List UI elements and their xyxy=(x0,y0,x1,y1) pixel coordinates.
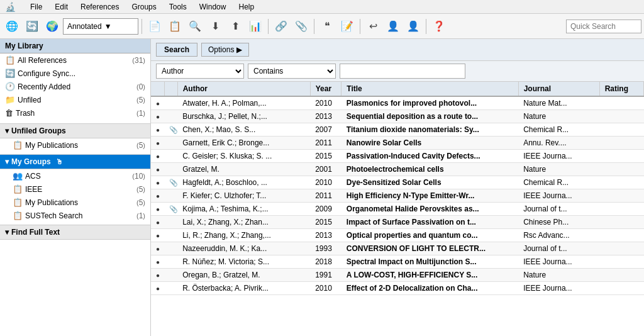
table-row[interactable]: ● Lai, X.; Zhang, X.; Zhan... 2015 Impac… xyxy=(151,216,644,229)
toolbar-import[interactable]: ⬇ xyxy=(206,17,225,36)
row-bullet: ● xyxy=(151,229,164,242)
toolbar-help[interactable]: ❓ xyxy=(430,17,448,36)
all-references-label: All References xyxy=(18,56,67,65)
menu-file[interactable]: File xyxy=(28,1,45,13)
table-row[interactable]: ● F. Kiefer; C. Ulzhofer; T... 2011 High… xyxy=(151,189,644,203)
row-bullet: ● xyxy=(151,150,164,163)
sidebar-item-acs[interactable]: 👥 ACS (10) xyxy=(0,169,150,182)
toolbar-pdf[interactable]: 📊 xyxy=(246,17,265,36)
col-header-bullet[interactable] xyxy=(151,82,164,96)
table-row[interactable]: ● 📎 Kojima, A.; Teshima, K.;... 2009 Org… xyxy=(151,203,644,216)
sidebar-item-trash[interactable]: 🗑 Trash (1) xyxy=(0,106,150,120)
row-rating xyxy=(599,203,643,216)
row-author: Chen, X.; Mao, S. S... xyxy=(177,123,310,137)
menu-groups[interactable]: Groups xyxy=(129,1,158,13)
row-year: 2013 xyxy=(310,110,341,123)
row-bullet: ● xyxy=(151,203,164,216)
col-header-year[interactable]: Year xyxy=(310,82,341,96)
filter-value-input[interactable] xyxy=(340,64,465,79)
trash-count: (1) xyxy=(136,109,145,118)
toolbar-new-ref[interactable]: 📄 xyxy=(145,17,164,36)
sidebar-item-all-references[interactable]: 📋 All References (31) xyxy=(0,53,150,67)
toolbar-search-online[interactable]: 🔍 xyxy=(186,17,204,36)
options-button[interactable]: Options ▶ xyxy=(201,43,249,57)
row-journal: Nature xyxy=(518,269,599,282)
menu-references[interactable]: References xyxy=(78,1,121,13)
sidebar-item-recently-added[interactable]: 🕐 Recently Added (0) xyxy=(0,80,150,93)
toolbar-link[interactable]: 🔗 xyxy=(272,17,291,36)
sidebar-item-ieee[interactable]: 📋 IEEE (5) xyxy=(0,182,150,196)
table-row[interactable]: ● R. Núñez; M. Victoria; S... 2018 Spect… xyxy=(151,255,644,269)
row-rating xyxy=(599,137,643,150)
table-row[interactable]: ● Burschka, J.; Pellet, N.;... 2013 Sequ… xyxy=(151,110,644,123)
sidebar-item-my-publications-unfiled[interactable]: 📋 My Publications (5) xyxy=(0,138,150,152)
my-publications-label: My Publications xyxy=(25,198,78,207)
row-title: Dye-Sensitized Solar Cells xyxy=(341,176,518,189)
my-groups-arrow: ▾ xyxy=(5,157,9,166)
my-groups-header[interactable]: ▾ My Groups 🖱 xyxy=(0,154,150,169)
sidebar-item-sustech-search[interactable]: 📋 SUSTech Search (1) xyxy=(0,209,150,222)
col-header-journal[interactable]: Journal xyxy=(518,82,599,96)
app-logo[interactable]: 🔬 xyxy=(3,0,18,14)
toolbar-export[interactable]: ⬆ xyxy=(226,17,245,36)
sustech-search-label: SUSTech Search xyxy=(25,211,82,220)
col-header-author[interactable]: Author xyxy=(177,82,310,96)
acs-label: ACS xyxy=(25,172,41,181)
table-row[interactable]: ● 📎 Chen, X.; Mao, S. S... 2007 Titanium… xyxy=(151,123,644,137)
row-journal: Nature xyxy=(518,163,599,176)
row-journal: Nature Mat... xyxy=(518,96,599,110)
row-attach: 📎 xyxy=(164,123,177,137)
col-header-rating[interactable]: Rating xyxy=(599,82,643,96)
all-references-count: (31) xyxy=(132,56,145,65)
my-publications-unfiled-count: (5) xyxy=(136,141,145,150)
table-row[interactable]: ● R. Österbacka; A. Pivrik... 2010 Effec… xyxy=(151,282,644,295)
toolbar-share[interactable]: ↩ xyxy=(364,17,382,36)
table-row[interactable]: ● Oregan, B.; Gratzel, M. 1991 A LOW-COS… xyxy=(151,269,644,282)
find-full-text-header[interactable]: ▾ Find Full Text xyxy=(0,225,150,240)
table-row[interactable]: ● Atwater, H. A.; Polman,... 2010 Plasmo… xyxy=(151,96,644,110)
search-button[interactable]: Search xyxy=(156,43,197,57)
toolbar-add-user[interactable]: 👤 xyxy=(384,17,402,36)
group-selector-label: Annotated xyxy=(67,22,102,31)
row-year: 2010 xyxy=(310,176,341,189)
acs-icon: 👥 xyxy=(13,171,23,181)
filter-field-select[interactable]: Author Year Title Journal Keywords Abstr… xyxy=(156,64,244,79)
menu-edit[interactable]: Edit xyxy=(52,1,70,13)
table-row[interactable]: ● Garnett, Erik C.; Bronge... 2011 Nanow… xyxy=(151,137,644,150)
menu-help[interactable]: Help xyxy=(236,1,257,13)
sidebar-item-my-publications[interactable]: 📋 My Publications (5) xyxy=(0,196,150,209)
content-area: Search Options ▶ Author Year Title Journ… xyxy=(151,39,644,336)
acs-count: (10) xyxy=(132,172,145,181)
toolbar-user2[interactable]: 👤 xyxy=(404,17,423,36)
table-row[interactable]: ● Nazeeruddin, M. K.; Ka... 1993 CONVERS… xyxy=(151,242,644,255)
quick-search-input[interactable] xyxy=(566,20,641,33)
configure-sync-label: Configure Sync... xyxy=(18,69,75,78)
references-table: Author Year Title Journal Rating ● Atwat… xyxy=(151,82,644,336)
menu-window[interactable]: Window xyxy=(197,1,229,13)
sidebar-item-unfiled[interactable]: 📁 Unfiled (5) xyxy=(0,93,150,106)
row-year: 2018 xyxy=(310,255,341,269)
unfiled-groups-header[interactable]: ▾ Unfiled Groups xyxy=(0,123,150,138)
table-row[interactable]: ● 📎 Hagfeldt, A.; Boschloo, ... 2010 Dye… xyxy=(151,176,644,189)
toolbar-ref-list[interactable]: 📋 xyxy=(165,17,184,36)
row-bullet: ● xyxy=(151,255,164,269)
toolbar-sync[interactable]: 🔄 xyxy=(23,17,42,36)
col-header-title[interactable]: Title xyxy=(341,82,518,96)
my-publications-unfiled-label: My Publications xyxy=(25,141,78,150)
toolbar-back[interactable]: 🌐 xyxy=(3,17,21,36)
all-references-icon: 📋 xyxy=(5,55,15,65)
table-row[interactable]: ● Li, R.; Zhang, X.; Zhang,... 2013 Opti… xyxy=(151,229,644,242)
toolbar-attach[interactable]: 📎 xyxy=(292,17,311,36)
toolbar-word[interactable]: 📝 xyxy=(338,17,357,36)
toolbar-quote[interactable]: ❝ xyxy=(318,17,336,36)
group-selector[interactable]: Annotated ▼ xyxy=(63,18,138,35)
table-row[interactable]: ● Gratzel, M. 2001 Photoelectrochemical … xyxy=(151,163,644,176)
col-header-attach[interactable] xyxy=(164,82,177,96)
menu-tools[interactable]: Tools xyxy=(167,1,189,13)
table-row[interactable]: ● C. Geisler; S. Kluska; S. ... 2015 Pas… xyxy=(151,150,644,163)
filter-condition-select[interactable]: Contains Does Not Contain Is Is Not Begi… xyxy=(248,64,336,79)
row-year: 2010 xyxy=(310,96,341,110)
row-rating xyxy=(599,150,643,163)
toolbar-online[interactable]: 🌍 xyxy=(43,17,62,36)
sidebar-item-configure-sync[interactable]: 🔄 Configure Sync... xyxy=(0,67,150,80)
